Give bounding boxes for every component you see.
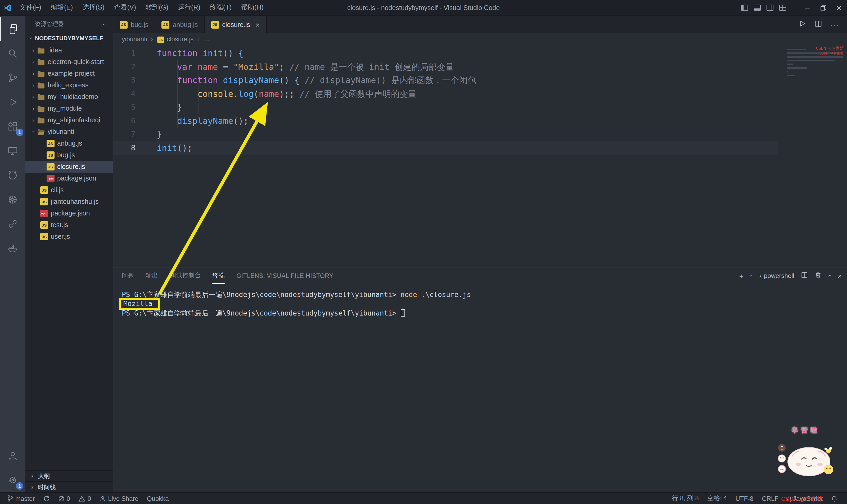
code-line-1[interactable]: 1function init() {: [113, 47, 847, 60]
menu-item[interactable]: 帮助(H): [236, 0, 268, 15]
toggle-sidebar-icon[interactable]: [738, 4, 751, 12]
menu-item[interactable]: 查看(V): [109, 0, 141, 15]
code-line-4[interactable]: 4 console.log(name);; // 使用了父函数中声明的变量: [113, 87, 847, 101]
split-editor-icon[interactable]: [815, 20, 822, 30]
code-line-7[interactable]: 7}: [113, 128, 847, 141]
sidebar-section-时间线[interactable]: ›时间线: [25, 481, 113, 492]
status-行 8, 列 8[interactable]: 行 8, 列 8: [668, 493, 703, 504]
sidebar-section-label: 大纲: [38, 472, 50, 480]
menu-item[interactable]: 运行(R): [173, 0, 205, 15]
remote-explorer-icon[interactable]: [0, 139, 25, 163]
line-number: 3: [113, 74, 143, 87]
new-terminal-button[interactable]: +: [739, 272, 743, 280]
tree-item-user.js[interactable]: JSuser.js: [25, 231, 113, 242]
status-label: 0: [67, 495, 70, 502]
kubernetes-icon[interactable]: [0, 187, 25, 212]
code-line-6[interactable]: 6 displayName();: [113, 114, 847, 128]
menu-item[interactable]: 编辑(E): [46, 0, 77, 15]
status-空格: 4[interactable]: 空格: 4: [703, 493, 731, 504]
kill-terminal-icon[interactable]: [815, 272, 822, 280]
tree-item-package.json[interactable]: npmpackage.json: [25, 208, 113, 219]
tree-item-package.json[interactable]: npmpackage.json: [25, 173, 113, 184]
minimap[interactable]: CSDN @卞家雄 CSDN @卞家雄: [784, 47, 845, 264]
panel-tab-终端[interactable]: 终端: [213, 268, 225, 284]
tab-bug.js[interactable]: JSbug.js: [113, 16, 155, 33]
tree-item-test.js[interactable]: JStest.js: [25, 219, 113, 231]
menu-item[interactable]: 文件(F): [15, 0, 46, 15]
workspace-root-row[interactable]: › NODESTUDYBYMYSELF: [25, 32, 113, 44]
live-share-icon[interactable]: [0, 212, 25, 236]
status-0[interactable]: 0: [74, 493, 95, 504]
panel-tab-问题[interactable]: 问题: [122, 268, 134, 284]
code-line-8[interactable]: 8init();: [113, 141, 847, 155]
tab-anbug.js[interactable]: JSanbug.js: [155, 16, 205, 33]
breadcrumb-item[interactable]: yibunanti: [122, 35, 147, 43]
sidebar-title: 资源管理器: [35, 20, 64, 28]
code-editor[interactable]: 1function init() {2 var name = "Mozilla"…: [113, 45, 847, 267]
customize-layout-icon[interactable]: [776, 4, 789, 12]
menu-item[interactable]: 转到(G): [141, 0, 173, 15]
tree-item-jiantouhanshu.js[interactable]: JSjiantouhanshu.js: [25, 196, 113, 208]
tree-item-yibunanti[interactable]: ›yibunanti: [25, 126, 113, 138]
sidebar-section-大纲[interactable]: ›大纲: [25, 470, 113, 481]
run-and-debug-icon[interactable]: [0, 90, 25, 114]
menu-item[interactable]: 终端(T): [205, 0, 236, 15]
minimize-button[interactable]: [799, 0, 815, 15]
status-bell[interactable]: [827, 493, 842, 504]
status-Quokka[interactable]: Quokka: [143, 493, 173, 504]
tab-closure.js[interactable]: JSclosure.js×: [204, 16, 267, 33]
tree-item-my_shijianfasheqi[interactable]: ›my_shijianfasheqi: [25, 114, 113, 126]
close-tab-icon[interactable]: ×: [255, 20, 260, 29]
toggle-secondary-sidebar-icon[interactable]: [763, 4, 776, 12]
terminal-dropdown-icon[interactable]: ›: [747, 275, 755, 277]
breadcrumb-item[interactable]: JSclosure.js: [157, 35, 194, 43]
close-panel-icon[interactable]: ×: [838, 272, 842, 280]
code-line-5[interactable]: 5 }: [113, 101, 847, 114]
status-0[interactable]: 0: [54, 493, 74, 504]
shell-selector[interactable]: › powershell: [759, 272, 794, 280]
tree-item-electron-quick-start[interactable]: ›electron-quick-start: [25, 56, 113, 68]
sidebar-more-actions-icon[interactable]: ···: [100, 21, 107, 27]
extensions-icon[interactable]: 1: [0, 114, 25, 139]
status-Live Share[interactable]: Live Share: [95, 493, 143, 504]
status-UTF-8[interactable]: UTF-8: [731, 493, 758, 504]
tree-item-.idea[interactable]: ›.idea: [25, 44, 113, 56]
sidebar-bottom-sections: ›大纲›时间线: [25, 470, 113, 492]
explorer-icon[interactable]: [0, 17, 25, 41]
github-icon[interactable]: [0, 163, 25, 187]
restore-button[interactable]: [815, 0, 831, 15]
panel-tab-输出[interactable]: 输出: [146, 268, 158, 284]
tree-item-hello_express[interactable]: ›hello_express: [25, 79, 113, 91]
accounts-icon[interactable]: [0, 444, 25, 468]
breadcrumb-label: closure.js: [167, 35, 194, 43]
status-master[interactable]: master: [3, 493, 39, 504]
tree-item-my_module[interactable]: ›my_module: [25, 103, 113, 114]
tree-item-example-project[interactable]: ›example-project: [25, 68, 113, 79]
menu-item[interactable]: 选择(S): [77, 0, 109, 15]
settings-gear-icon[interactable]: 1: [0, 468, 25, 492]
bell-icon: [831, 495, 837, 502]
code-line-3[interactable]: 3 function displayName() { // displayNam…: [113, 74, 847, 87]
search-icon[interactable]: [0, 41, 25, 66]
split-terminal-icon[interactable]: [801, 272, 808, 280]
tree-item-my_huidiaodemo[interactable]: ›my_huidiaodemo: [25, 91, 113, 103]
source-control-icon[interactable]: [0, 66, 25, 90]
docker-icon[interactable]: [0, 236, 25, 260]
code-line-2[interactable]: 2 var name = "Mozilla"; // name 是一个被 ini…: [113, 60, 847, 74]
panel-tab-GITLENS: VISUAL FILE HISTORY[interactable]: GITLENS: VISUAL FILE HISTORY: [236, 268, 333, 284]
status-sync[interactable]: [39, 493, 54, 504]
toggle-panel-icon[interactable]: [751, 4, 763, 12]
panel-tab-调试控制台[interactable]: 调试控制台: [170, 268, 201, 284]
editor-more-actions-icon[interactable]: ···: [831, 20, 840, 29]
maximize-panel-icon[interactable]: ›: [826, 275, 833, 277]
run-file-icon[interactable]: [798, 20, 806, 30]
tree-item-bug.js[interactable]: JSbug.js: [25, 149, 113, 161]
tree-item-closure.js[interactable]: JSclosure.js: [25, 161, 113, 173]
breadcrumb-item[interactable]: …: [203, 35, 209, 43]
close-window-button[interactable]: [831, 0, 847, 15]
tree-item-label: closure.js: [57, 163, 85, 170]
tree-item-cli.js[interactable]: JScli.js: [25, 184, 113, 196]
terminal[interactable]: PS G:\卞家雄自学前端最后一遍\9nodejs\code\nodestudy…: [113, 284, 847, 492]
tree-item-anbug.js[interactable]: JSanbug.js: [25, 138, 113, 149]
status-CRLF[interactable]: CRLF: [758, 493, 783, 504]
